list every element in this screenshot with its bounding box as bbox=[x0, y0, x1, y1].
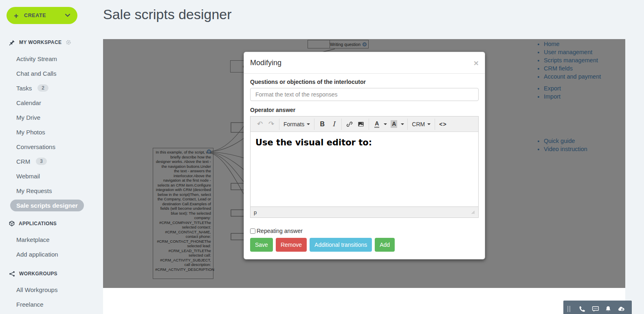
italic-button[interactable]: I bbox=[328, 119, 339, 130]
color-group: A A bbox=[369, 119, 408, 130]
crm-dropdown[interactable]: CRM bbox=[410, 119, 433, 130]
formats-dropdown[interactable]: Formats bbox=[281, 119, 312, 130]
crm-count-badge: 3 bbox=[36, 158, 47, 165]
sidebar-item-my-requests[interactable]: My Requests bbox=[0, 183, 97, 198]
image-icon[interactable] bbox=[355, 119, 367, 130]
share-icon bbox=[9, 271, 15, 277]
modal-body: Questions or objections of the interlocu… bbox=[244, 74, 485, 252]
applications-menu: Marketplace Add application bbox=[0, 232, 97, 261]
phone-icon[interactable] bbox=[576, 302, 589, 314]
plus-icon: + bbox=[14, 12, 18, 20]
create-button[interactable]: + CREATE bbox=[7, 7, 77, 24]
active-item-pill: Sale scripts designer bbox=[10, 200, 84, 211]
modal-header: Modifying × bbox=[244, 52, 485, 74]
pin-icon bbox=[9, 40, 15, 46]
tasks-count-badge: 2 bbox=[37, 84, 48, 92]
editor-statusbar: p bbox=[251, 206, 478, 217]
item-label: Calendar bbox=[16, 99, 41, 106]
sidebar-item-conversations[interactable]: Conversations bbox=[0, 139, 97, 154]
additional-transitions-button[interactable]: Additional transitions bbox=[310, 238, 372, 252]
element-path[interactable]: p bbox=[254, 209, 471, 215]
redo-glyph: ↷ bbox=[268, 121, 274, 127]
text-color-dropdown[interactable] bbox=[382, 119, 388, 130]
applications-icon bbox=[9, 221, 15, 226]
app-root: + CREATE MY WORKSPACE Activity Stream Ch… bbox=[0, 0, 644, 314]
workgroups-menu: All Workgroups Freelance bbox=[0, 282, 97, 312]
editor-content[interactable]: Use the visual editor to: bbox=[251, 132, 478, 206]
item-label: CRM bbox=[16, 158, 30, 165]
background-color-glyph: A bbox=[391, 120, 397, 128]
source-code-button[interactable]: <> bbox=[437, 119, 448, 130]
text-color-button[interactable]: A bbox=[371, 119, 382, 130]
style-group: B I bbox=[314, 119, 342, 130]
sidebar-item-my-photos[interactable]: My Photos bbox=[0, 125, 97, 139]
item-label: Webmail bbox=[16, 173, 40, 180]
resize-grip-icon[interactable] bbox=[471, 211, 475, 214]
section-header-workgroups: WORKGROUPS bbox=[0, 270, 97, 278]
item-label: Chat and Calls bbox=[16, 70, 56, 77]
sidebar-item-all-workgroups[interactable]: All Workgroups bbox=[0, 282, 97, 297]
modifying-dialog: Modifying × Questions or objections of t… bbox=[244, 52, 485, 259]
communication-dock bbox=[563, 301, 632, 314]
sidebar-item-crm[interactable]: CRM3 bbox=[0, 154, 97, 169]
item-label: Conversations bbox=[16, 143, 55, 150]
formats-group: Formats bbox=[279, 119, 314, 130]
section-header-my-workspace: MY WORKSPACE bbox=[0, 38, 97, 46]
chat-icon[interactable] bbox=[589, 302, 602, 314]
drive-cloud-icon[interactable] bbox=[615, 302, 628, 314]
remove-button[interactable]: Remove bbox=[276, 238, 307, 252]
crm-label: CRM bbox=[412, 121, 425, 127]
item-label: My Photos bbox=[16, 129, 45, 136]
chevron-down-icon bbox=[384, 123, 387, 125]
repeating-answer-checkbox[interactable] bbox=[250, 228, 255, 234]
chevron-down-icon bbox=[307, 123, 310, 125]
sidebar-item-calendar[interactable]: Calendar bbox=[0, 95, 97, 110]
insert-group bbox=[342, 119, 369, 130]
undo-icon[interactable]: ↶ bbox=[254, 119, 266, 130]
notifications-bell-icon[interactable] bbox=[602, 302, 615, 314]
item-label: Freelance bbox=[16, 301, 44, 308]
sidebar-item-freelance[interactable]: Freelance bbox=[0, 297, 97, 312]
section-title: WORKGROUPS bbox=[19, 271, 57, 277]
item-label: Activity Stream bbox=[16, 55, 57, 62]
item-label: My Requests bbox=[16, 187, 52, 194]
dock-drag-handle[interactable] bbox=[567, 306, 570, 312]
sidebar-item-chat-and-calls[interactable]: Chat and Calls bbox=[0, 66, 97, 81]
code-group: <> bbox=[435, 119, 451, 130]
background-color-dropdown[interactable] bbox=[400, 119, 405, 130]
chevron-down-icon bbox=[65, 14, 70, 17]
operator-answer-label: Operator answer bbox=[250, 107, 479, 113]
sidebar-item-webmail[interactable]: Webmail bbox=[0, 169, 97, 183]
link-icon[interactable] bbox=[344, 119, 355, 130]
create-button-label: CREATE bbox=[24, 13, 65, 18]
add-button[interactable]: Add bbox=[375, 238, 395, 252]
sidebar-item-activity-stream[interactable]: Activity Stream bbox=[0, 51, 97, 66]
page-title: Sale scripts designer bbox=[103, 7, 232, 22]
editor-toolbar: ↶ ↷ Formats B I bbox=[251, 116, 478, 132]
save-button[interactable]: Save bbox=[250, 238, 273, 252]
sidebar-item-add-application[interactable]: Add application bbox=[0, 247, 97, 261]
sidebar-item-my-drive[interactable]: My Drive bbox=[0, 110, 97, 125]
sidebar: + CREATE MY WORKSPACE Activity Stream Ch… bbox=[0, 0, 97, 314]
sidebar-item-sale-scripts-designer[interactable]: Sale scripts designer bbox=[0, 198, 97, 213]
rich-text-editor: ↶ ↷ Formats B I bbox=[250, 116, 479, 218]
bold-button[interactable]: B bbox=[317, 119, 328, 130]
repeating-answer-row: Repeating answer bbox=[250, 228, 479, 234]
sidebar-item-marketplace[interactable]: Marketplace bbox=[0, 232, 97, 247]
section-title: APPLICATIONS bbox=[19, 221, 57, 226]
gear-icon[interactable] bbox=[66, 40, 71, 45]
background-color-button[interactable]: A bbox=[388, 119, 400, 130]
formats-label: Formats bbox=[284, 121, 304, 127]
close-icon[interactable]: × bbox=[474, 59, 479, 67]
workspace-menu: Activity Stream Chat and Calls Tasks2 Ca… bbox=[0, 51, 97, 213]
section-header-applications: APPLICATIONS bbox=[0, 220, 97, 228]
history-group: ↶ ↷ bbox=[252, 119, 279, 130]
chevron-down-icon bbox=[427, 123, 431, 125]
repeating-answer-label: Repeating answer bbox=[257, 228, 303, 234]
modal-title: Modifying bbox=[250, 59, 474, 67]
redo-icon[interactable]: ↷ bbox=[266, 119, 277, 130]
editor-heading-text: Use the visual editor to: bbox=[255, 138, 473, 147]
question-input[interactable] bbox=[250, 88, 479, 101]
item-label: Marketplace bbox=[16, 236, 50, 243]
sidebar-item-tasks[interactable]: Tasks2 bbox=[0, 81, 97, 95]
